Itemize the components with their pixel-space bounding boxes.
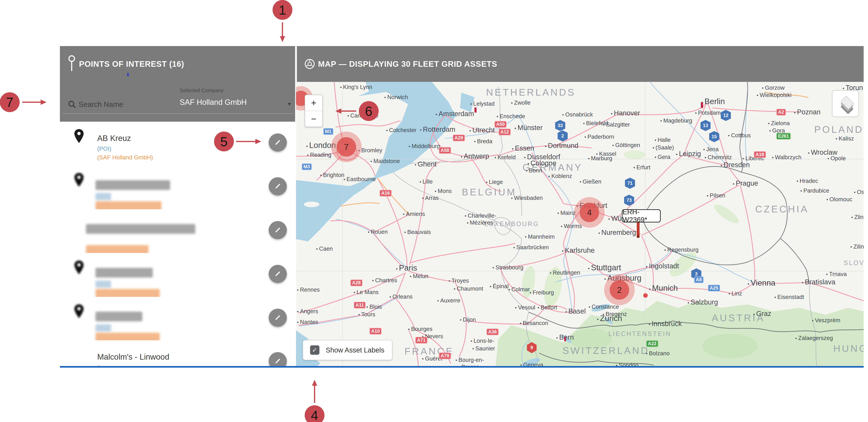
poi-type-label: ( bbox=[97, 364, 99, 366]
map-city-label: Blois bbox=[367, 304, 382, 310]
edit-poi-button[interactable] bbox=[269, 309, 287, 327]
map-city-label: Charleville- bbox=[465, 213, 496, 219]
road-badge: A10 bbox=[369, 328, 381, 335]
edit-poi-button[interactable] bbox=[269, 352, 287, 366]
map-city-label: Magdeburg bbox=[660, 117, 692, 124]
road-badge: A11 bbox=[354, 302, 366, 309]
edit-poi-button[interactable] bbox=[269, 265, 287, 283]
map-country-label: SWITZERLAND bbox=[562, 345, 649, 356]
map-city-label: Chemnitz bbox=[705, 154, 732, 161]
road-badge: A29 bbox=[453, 135, 465, 141]
cluster-marker[interactable]: 7 bbox=[337, 137, 356, 157]
map-city-label: Pardubice bbox=[801, 187, 829, 194]
annotation-circle-1: 1 bbox=[273, 0, 292, 20]
map-city-label: Mons bbox=[435, 188, 452, 194]
road-badge: A16 bbox=[379, 190, 392, 197]
map-city-label: Karlsruhe bbox=[562, 247, 595, 254]
asset-marker[interactable] bbox=[643, 293, 648, 298]
map-city-label: Antwerp bbox=[461, 152, 489, 160]
map-city-label: Bromley bbox=[359, 147, 382, 153]
map-city-label: Angers bbox=[297, 308, 318, 315]
map-canvas[interactable]: NETHERLANDSPOLANDGERMANYBELGIUMLUXEMBOUR… bbox=[296, 82, 864, 366]
road-badge: A2 bbox=[776, 109, 786, 116]
map-city-label: Vesoul bbox=[515, 304, 535, 311]
map-city-label: Breda bbox=[474, 138, 492, 145]
map-city-label: Halle bbox=[655, 137, 671, 143]
map-city-label: Prague bbox=[733, 179, 758, 187]
road-badge: A18 bbox=[754, 151, 766, 158]
location-pin-icon bbox=[73, 129, 85, 145]
map-city-label: Enschede bbox=[497, 113, 525, 119]
annotation-circle-4: 4 bbox=[305, 405, 324, 422]
redacted-poi-type bbox=[95, 324, 111, 332]
map-city-label: Essen bbox=[512, 144, 534, 152]
poi-list-item[interactable] bbox=[60, 253, 295, 297]
map-city-label: Munich bbox=[649, 283, 678, 293]
map-city-label: Amsterdam bbox=[436, 110, 474, 118]
cluster-marker[interactable]: 2 bbox=[610, 280, 629, 300]
show-asset-labels-checkbox[interactable]: ✓ bbox=[310, 345, 319, 355]
map-city-label: King's Lynn bbox=[340, 84, 372, 90]
cluster-marker[interactable]: 4 bbox=[580, 203, 599, 222]
poi-panel-header: POINTS OF INTEREST (16) bbox=[60, 46, 295, 82]
map-city-label: Le Mans bbox=[354, 289, 379, 296]
map-city-label: Rotterdam bbox=[420, 125, 455, 133]
asset-marker[interactable] bbox=[564, 337, 566, 341]
road-badge: A28 bbox=[350, 280, 363, 286]
edit-poi-button[interactable] bbox=[269, 221, 287, 239]
poi-list-item[interactable] bbox=[60, 297, 295, 341]
map-city-label: Liege bbox=[486, 179, 503, 185]
map-city-label: Amiens bbox=[403, 210, 425, 217]
location-pin-icon bbox=[73, 260, 85, 276]
poi-type-label: (POI) bbox=[97, 145, 111, 152]
company-underline bbox=[180, 113, 293, 114]
layers-control[interactable] bbox=[832, 90, 859, 117]
redacted-poi-type bbox=[95, 281, 111, 288]
map-city-label: Jena bbox=[704, 146, 719, 152]
chevron-down-icon[interactable]: ▼ bbox=[287, 101, 292, 107]
annotation-circle-7: 7 bbox=[0, 92, 20, 112]
poi-panel-title: POINTS OF INTEREST (16) bbox=[79, 59, 184, 69]
poi-list-item[interactable] bbox=[60, 166, 295, 209]
redacted-poi-name bbox=[86, 224, 195, 234]
map-city-label: Sondrio bbox=[616, 362, 639, 366]
asset-marker[interactable] bbox=[701, 102, 703, 108]
asset-marker[interactable] bbox=[474, 107, 476, 113]
cursor-artifact bbox=[127, 73, 129, 76]
map-city-label: Lelystad bbox=[470, 101, 495, 107]
zoom-in-button[interactable]: + bbox=[305, 95, 322, 111]
map-city-label: Saarbrücken bbox=[514, 244, 549, 251]
map-country-label: SLOVAKIA bbox=[844, 259, 864, 266]
map-city-label: Innsbruck bbox=[649, 320, 682, 328]
search-input[interactable]: Search Name bbox=[79, 100, 123, 109]
map-city-label: Saunier bbox=[472, 345, 495, 352]
map-city-label: Vienna bbox=[748, 278, 775, 287]
edit-poi-button[interactable] bbox=[269, 177, 287, 195]
road-badge: E261 bbox=[776, 133, 791, 140]
map-city-label: Opole bbox=[828, 155, 846, 162]
road-badge: A12 bbox=[499, 129, 511, 135]
map-city-label: Arras bbox=[422, 195, 439, 201]
poi-list-item[interactable]: AB Kreuz(POI)(SAF Holland GmbH) bbox=[60, 122, 295, 166]
panel-divider bbox=[295, 46, 297, 82]
map-city-label: Maidstone bbox=[371, 158, 400, 164]
map-city-label: Koblenz bbox=[549, 173, 572, 179]
map-city-label: Orleans bbox=[390, 293, 413, 300]
company-select[interactable]: SAF Holland GmbH bbox=[180, 98, 247, 107]
show-asset-labels-label[interactable]: Show Asset Labels bbox=[326, 346, 384, 354]
edit-poi-button[interactable] bbox=[269, 134, 287, 151]
poi-list-item[interactable] bbox=[60, 209, 295, 253]
map-city-label: Colmar bbox=[509, 286, 530, 293]
map-city-label: Kalisz bbox=[836, 135, 854, 142]
map-city-label: Potsdam bbox=[695, 110, 721, 116]
map-city-label: Salzburg bbox=[688, 298, 718, 306]
poi-name: Malcolm's - Linwood bbox=[97, 352, 169, 362]
map-city-label: Cologne bbox=[528, 159, 556, 167]
map-city-label: Rouen bbox=[368, 229, 388, 235]
road-badge: A50 bbox=[494, 121, 506, 128]
redacted-poi-name bbox=[95, 180, 170, 190]
zoom-out-button[interactable]: − bbox=[305, 111, 322, 127]
map-city-label: Hradec bbox=[797, 178, 818, 184]
map-city-label: Zwolle bbox=[511, 100, 530, 106]
poi-list-item[interactable]: Malcolm's - Linwood( bbox=[60, 340, 295, 366]
